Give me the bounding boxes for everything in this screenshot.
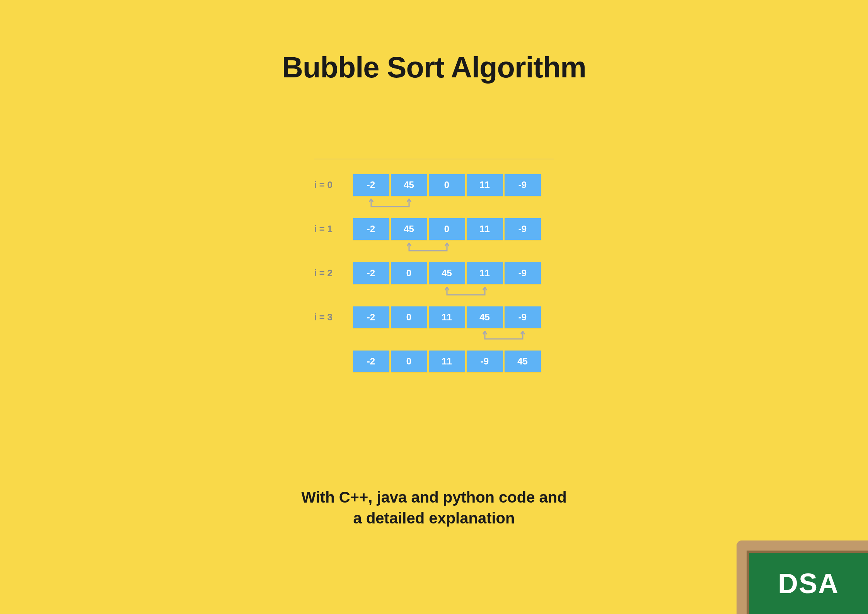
array-cell: -2 (353, 218, 389, 240)
iteration-label: i = 1 (314, 224, 353, 234)
iteration-label: i = 2 (314, 268, 353, 279)
sort-step: i = 2-204511-9 (314, 262, 554, 284)
array-cell: 11 (429, 351, 465, 372)
sort-step: i = 3-201145-9 (314, 306, 554, 328)
iteration-label: i = 0 (314, 180, 353, 190)
swap-arrow-icon (481, 330, 527, 344)
array-cell: -9 (505, 306, 541, 328)
subtitle: With C++, java and python code and a det… (0, 487, 868, 528)
array-cell: 11 (467, 218, 503, 240)
array-cell: 11 (467, 174, 503, 196)
array-cell: 0 (391, 351, 427, 372)
swap-arrow-icon (367, 197, 413, 211)
subtitle-line-2: a detailed explanation (0, 508, 868, 528)
dsa-badge-text: DSA (778, 568, 839, 599)
subtitle-line-1: With C++, java and python code and (0, 487, 868, 508)
array-cell: 0 (391, 306, 427, 328)
array-cell: 45 (467, 306, 503, 328)
array-cell: -2 (353, 306, 389, 328)
array-cell: -2 (353, 262, 389, 284)
array-cell: -9 (505, 218, 541, 240)
cell-array: -204511-9 (353, 262, 541, 284)
cell-array: -2011-945 (353, 351, 541, 372)
dsa-badge-board: DSA (737, 540, 868, 614)
cell-array: -201145-9 (353, 306, 541, 328)
array-cell: 45 (429, 262, 465, 284)
array-cell: 0 (429, 174, 465, 196)
array-cell: 45 (391, 174, 427, 196)
array-cell: -9 (505, 174, 541, 196)
sort-step: i = 1-245011-9 (314, 218, 554, 240)
array-cell: -9 (467, 351, 503, 372)
array-cell: 11 (467, 262, 503, 284)
array-cell: 45 (391, 218, 427, 240)
array-cell: 0 (391, 262, 427, 284)
swap-arrow-icon (443, 286, 489, 299)
cell-array: -245011-9 (353, 218, 541, 240)
bubble-sort-diagram: i = 0-245011-9i = 1-245011-9i = 2-204511… (314, 159, 554, 372)
cell-array: -245011-9 (353, 174, 541, 196)
page-title: Bubble Sort Algorithm (0, 50, 868, 84)
array-cell: 45 (505, 351, 541, 372)
sort-step: i = 0-245011-9 (314, 174, 554, 196)
swap-arrow-icon (405, 241, 451, 255)
sort-step: -2011-945 (314, 351, 554, 372)
iteration-label: i = 3 (314, 312, 353, 323)
array-cell: -2 (353, 351, 389, 372)
array-cell: 11 (429, 306, 465, 328)
array-cell: -2 (353, 174, 389, 196)
array-cell: 0 (429, 218, 465, 240)
dsa-badge-inner: DSA (747, 551, 868, 614)
divider (314, 159, 554, 159)
array-cell: -9 (505, 262, 541, 284)
